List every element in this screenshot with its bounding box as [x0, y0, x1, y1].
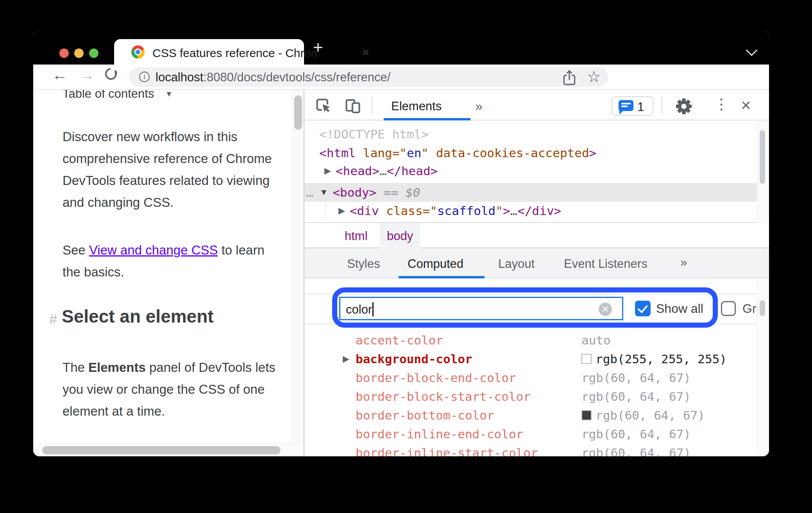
property-name[interactable]: background-color — [356, 350, 472, 368]
devtools-menu-dots-icon[interactable]: ⋮ — [714, 95, 729, 113]
property-value: rgb(255, 255, 255) — [581, 350, 727, 368]
computed-row[interactable]: border-inline-start-color rgb(60, 64, 67… — [304, 443, 757, 456]
computed-row[interactable]: border-inline-end-color rgb(60, 64, 67) — [304, 425, 757, 443]
property-name[interactable]: border-bottom-color — [356, 406, 494, 425]
property-value: rgb(60, 64, 67) — [581, 425, 691, 443]
back-button[interactable]: ← — [52, 66, 68, 84]
p3-line3: element at a time. — [63, 404, 165, 418]
sidebar-tabs-bar: Styles Computed Layout Event Listeners » — [304, 248, 769, 278]
property-name[interactable]: border-block-start-color — [356, 387, 531, 406]
tab-close-icon[interactable]: × — [362, 45, 370, 59]
page-horizontal-scrollbar[interactable] — [33, 443, 304, 456]
site-info-icon[interactable]: i — [139, 72, 150, 82]
browser-tab[interactable]: CSS features reference - Chron × — [114, 39, 304, 65]
color-swatch[interactable] — [581, 410, 592, 420]
expand-arrow-icon[interactable]: ▶ — [338, 202, 345, 220]
elements-tab-underline — [384, 118, 470, 120]
tab-event-listeners[interactable]: Event Listeners — [564, 257, 647, 271]
computed-scrollbar-thumb[interactable] — [760, 300, 765, 316]
expand-arrow-icon[interactable]: ▶ — [343, 350, 349, 368]
computed-row[interactable]: border-bottom-color rgb(60, 64, 67) — [304, 406, 757, 425]
url-text[interactable]: localhost:8080/docs/devtools/css/referen… — [156, 70, 390, 84]
show-all-label[interactable]: Show all — [656, 301, 703, 316]
property-value: rgb(60, 64, 67) — [581, 443, 691, 456]
address-bar[interactable]: i localhost:8080/docs/devtools/css/refer… — [129, 67, 608, 87]
p3-prefix: The — [63, 360, 88, 375]
minimize-window-button[interactable] — [74, 48, 84, 58]
tab-elements[interactable]: Elements — [391, 99, 442, 113]
filter-text-value: color — [346, 303, 372, 316]
toolbar-divider — [372, 96, 372, 115]
devtools-toolbar: Elements » 1 ⋮ × — [304, 90, 769, 120]
property-name[interactable]: border-block-end-color — [356, 368, 516, 387]
breadcrumb-item-html[interactable]: html — [338, 227, 375, 246]
dom-breadcrumb-bar: html body — [304, 223, 769, 248]
dom-line-div-scaffold[interactable]: ▶<div class="scaffold">…</div> — [338, 202, 561, 220]
computed-row[interactable]: border-block-end-color rgb(60, 64, 67) — [304, 368, 757, 387]
clear-filter-icon[interactable]: ✕ — [599, 303, 612, 316]
value-text: rgb(60, 64, 67) — [596, 408, 705, 422]
filter-input[interactable]: color ✕ — [339, 297, 623, 320]
elements-paragraph: The Elements panel of DevTools letsyou v… — [63, 357, 297, 422]
dom-line-head[interactable]: ▶<head>…</head> — [324, 162, 438, 180]
filter-input-value: color — [346, 302, 374, 317]
tab-styles[interactable]: Styles — [347, 257, 380, 271]
more-tabs-icon[interactable]: » — [475, 99, 483, 114]
close-window-button[interactable] — [59, 48, 69, 58]
inspect-element-icon[interactable] — [315, 97, 332, 114]
share-icon[interactable] — [562, 70, 577, 88]
tab-computed[interactable]: Computed — [408, 257, 463, 271]
computed-row[interactable]: accent-color auto — [304, 331, 757, 350]
dom-gutter-dots[interactable]: … — [306, 183, 314, 201]
dom-line-doctype[interactable]: <!DOCTYPE html> — [319, 125, 429, 143]
property-name[interactable]: accent-color — [356, 331, 443, 350]
page-horizontal-scrollbar-thumb[interactable] — [42, 446, 281, 454]
page-vertical-scrollbar[interactable] — [292, 90, 304, 443]
devtools-split-divider[interactable] — [304, 90, 304, 456]
heading-anchor-hash[interactable]: # — [49, 311, 57, 328]
browser-toolbar: ← → i localhost:8080/docs/devtools/css/r… — [33, 65, 769, 90]
toolbar-divider — [662, 96, 662, 115]
breadcrumb-item-body[interactable]: body — [380, 223, 420, 249]
computed-row[interactable]: border-block-start-color rgb(60, 64, 67) — [304, 387, 757, 406]
devtools-close-icon[interactable]: × — [741, 95, 751, 115]
page-vertical-scrollbar-thumb[interactable] — [294, 95, 302, 130]
show-all-checkbox[interactable] — [635, 301, 651, 316]
p2-prefix: See — [63, 243, 89, 257]
reload-button[interactable] — [103, 66, 119, 82]
intro-paragraph: Discover new workflows in this comprehen… — [63, 126, 297, 213]
view-and-change-css-link[interactable]: View and change CSS — [89, 243, 218, 257]
console-messages-badge[interactable]: 1 — [612, 96, 653, 116]
expand-arrow-icon[interactable]: ▶ — [324, 162, 331, 180]
collapse-arrow-icon[interactable]: ▼ — [320, 183, 328, 201]
devtools-panel: Elements » 1 ⋮ × <!DOCTYPE html> <html l… — [304, 90, 769, 456]
property-value: rgb(60, 64, 67) — [581, 368, 691, 387]
value-text: rgb(255, 255, 255) — [596, 352, 727, 366]
forward-button: → — [79, 66, 95, 84]
property-name[interactable]: border-inline-start-color — [356, 443, 538, 456]
table-of-contents-toggle[interactable]: Table of contents▼ — [63, 90, 173, 101]
code-text: <div class="scaffold">…</div> — [350, 202, 561, 220]
see-also-paragraph: See View and change CSS to learnthe basi… — [63, 239, 297, 283]
dom-line-html[interactable]: <html lang="en" data-cookies-accepted> — [319, 144, 596, 162]
dom-scrollbar-thumb[interactable] — [760, 130, 765, 184]
property-value: rgb(60, 64, 67) — [581, 406, 705, 425]
computed-row[interactable]: ▶ background-color rgb(255, 255, 255) — [304, 350, 757, 368]
property-name[interactable]: border-inline-end-color — [356, 425, 523, 443]
group-checkbox[interactable] — [721, 301, 736, 316]
dom-line-body[interactable]: …▼<body> == $0 — [306, 183, 420, 201]
bookmark-star-icon[interactable]: ☆ — [587, 68, 601, 86]
computed-filter-bar: color ✕ Show all Group — [304, 294, 757, 325]
tab-search-chevron-icon[interactable] — [746, 45, 758, 56]
settings-gear-icon[interactable] — [675, 98, 692, 115]
p2-line2: the basics. — [63, 265, 124, 279]
new-tab-button[interactable]: + — [313, 38, 323, 57]
screenshot-canvas: { "browser": { "traffic_lights": [ {"nam… — [0, 0, 812, 513]
device-toolbar-icon[interactable] — [344, 97, 361, 114]
more-panel-tabs-icon[interactable]: » — [680, 255, 687, 269]
color-swatch[interactable] — [581, 354, 592, 364]
zoom-window-button[interactable] — [89, 48, 98, 58]
tab-layout[interactable]: Layout — [498, 257, 535, 271]
dom-tree: <!DOCTYPE html> <html lang="en" data-coo… — [304, 120, 769, 223]
toc-label: Table of contents — [63, 90, 154, 100]
